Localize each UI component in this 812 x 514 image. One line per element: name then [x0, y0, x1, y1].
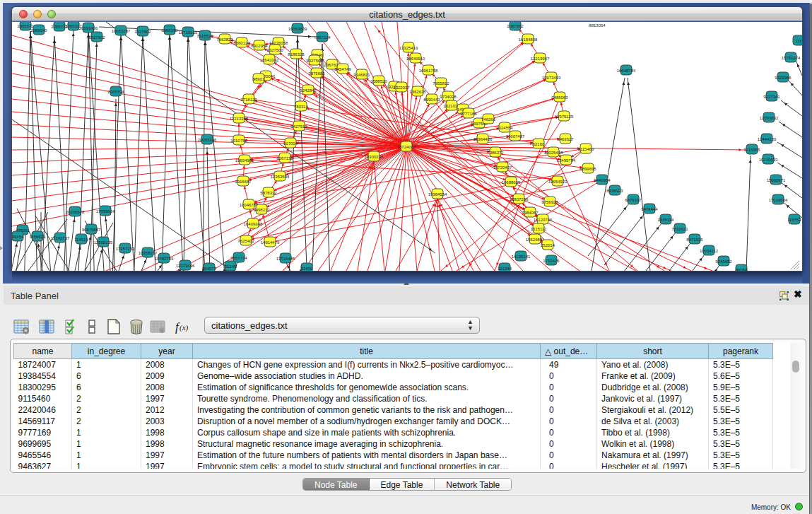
svg-text:12444159: 12444159: [758, 137, 777, 141]
svg-text:8912954: 8912954: [251, 44, 268, 48]
svg-text:10210693: 10210693: [759, 158, 778, 162]
svg-text:2069140: 2069140: [30, 28, 47, 33]
svg-text:14136141: 14136141: [512, 255, 531, 259]
svg-text:10688609: 10688609: [502, 180, 521, 185]
svg-text:9327508: 9327508: [306, 59, 323, 63]
svg-text:116753: 116753: [787, 218, 801, 222]
svg-text:1440954: 1440954: [594, 178, 611, 182]
svg-text:13325419: 13325419: [399, 46, 418, 50]
svg-text:16961758: 16961758: [419, 69, 438, 73]
svg-text:6879197: 6879197: [625, 198, 642, 202]
svg-text:9756928: 9756928: [541, 200, 558, 204]
svg-text:9245652: 9245652: [715, 259, 732, 264]
svg-text:62160: 62160: [533, 142, 545, 146]
svg-text:15720407: 15720407: [493, 165, 512, 170]
svg-text:8267130: 8267130: [276, 156, 293, 160]
svg-text:16648784: 16648784: [617, 69, 636, 73]
svg-text:7663822: 7663822: [216, 37, 233, 42]
svg-text:12342737: 12342737: [51, 236, 70, 240]
svg-text:9657774: 9657774: [230, 256, 247, 260]
svg-text:9427512: 9427512: [290, 124, 307, 129]
svg-text:8471626: 8471626: [686, 238, 703, 242]
svg-text:92450: 92450: [301, 267, 313, 271]
svg-text:9146821: 9146821: [353, 73, 370, 77]
svg-text:20691406: 20691406: [79, 26, 98, 30]
svg-text:86064: 86064: [736, 268, 748, 271]
svg-text:18807299: 18807299: [510, 197, 529, 201]
svg-text:8186328: 8186328: [288, 52, 305, 57]
svg-text:8660123: 8660123: [233, 41, 250, 45]
svg-text:114519: 114519: [74, 238, 88, 242]
svg-text:8990443: 8990443: [423, 98, 440, 102]
svg-text:20364436: 20364436: [473, 137, 493, 141]
svg-text:9327500: 9327500: [266, 48, 283, 52]
svg-text:16640910: 16640910: [406, 57, 425, 61]
svg-text:17359924: 17359924: [96, 209, 115, 214]
svg-text:12505135: 12505135: [94, 240, 113, 245]
svg-text:9734028: 9734028: [440, 95, 457, 99]
svg-text:746266: 746266: [481, 117, 496, 122]
svg-text:6899695: 6899695: [579, 167, 596, 171]
svg-text:3215955: 3215955: [743, 148, 760, 152]
svg-text:3875685: 3875685: [308, 71, 325, 76]
svg-text:19654923: 19654923: [548, 180, 567, 184]
svg-text:780314: 780314: [294, 105, 309, 109]
svg-text:1362635: 1362635: [409, 90, 426, 94]
svg-text:98901: 98901: [253, 77, 265, 81]
svg-text:19654982: 19654982: [235, 158, 254, 163]
svg-text:12353594: 12353594: [271, 175, 290, 179]
svg-text:16154808: 16154808: [519, 37, 538, 42]
svg-text:20053346: 20053346: [198, 138, 217, 142]
svg-text:10025418: 10025418: [544, 151, 563, 155]
svg-text:9242845: 9242845: [300, 88, 317, 93]
svg-text:(x): (x): [180, 323, 189, 332]
svg-text:10654112: 10654112: [700, 249, 719, 253]
svg-text:14914479: 14914479: [261, 240, 280, 245]
svg-text:15751074: 15751074: [782, 56, 801, 60]
svg-text:18300295: 18300295: [365, 155, 384, 159]
svg-text:9227341: 9227341: [763, 95, 780, 99]
svg-text:1916687: 1916687: [235, 180, 252, 184]
svg-text:12093832: 12093832: [760, 116, 779, 120]
svg-text:2718129: 2718129: [240, 98, 257, 102]
svg-text:10719155: 10719155: [179, 30, 198, 35]
svg-text:12213967: 12213967: [531, 57, 550, 61]
svg-text:10358167: 10358167: [139, 251, 158, 255]
svg-text:1322037: 1322037: [393, 86, 410, 90]
svg-text:12975125: 12975125: [555, 115, 574, 119]
svg-text:3024554: 3024554: [496, 126, 513, 130]
svg-text:15692971: 15692971: [767, 178, 786, 182]
svg-text:2087662: 2087662: [507, 24, 524, 28]
svg-text:9115460: 9115460: [578, 147, 595, 151]
svg-text:1527602: 1527602: [88, 35, 105, 40]
svg-text:1010752: 1010752: [230, 139, 247, 143]
svg-text:7386372: 7386372: [487, 151, 504, 155]
svg-text:2005334: 2005334: [107, 90, 124, 94]
svg-text:7632621: 7632621: [671, 227, 688, 231]
svg-text:1156829: 1156829: [30, 235, 47, 239]
svg-text:7984067: 7984067: [522, 211, 539, 215]
svg-text:31245: 31245: [225, 264, 237, 269]
svg-text:16053809: 16053809: [288, 27, 307, 31]
svg-text:1615112: 1615112: [531, 227, 548, 231]
svg-text:19524851: 19524851: [526, 238, 545, 242]
svg-text:2935114: 2935114: [658, 218, 675, 222]
svg-text:1527602: 1527602: [134, 30, 151, 34]
svg-text:9498212: 9498212: [253, 208, 270, 212]
svg-text:1733426: 1733426: [543, 259, 560, 263]
svg-text:9329986: 9329986: [775, 76, 792, 80]
svg-text:111: 111: [795, 39, 802, 43]
svg-text:17957253: 17957253: [116, 247, 135, 251]
svg-text:16409348: 16409348: [244, 222, 263, 226]
svg-text:9474444: 9474444: [641, 207, 658, 211]
svg-text:8938923: 8938923: [606, 189, 623, 193]
svg-text:10782759: 10782759: [155, 257, 174, 261]
svg-text:10607487: 10607487: [506, 134, 525, 139]
svg-text:7857224: 7857224: [314, 35, 331, 40]
svg-text:12213363: 12213363: [230, 117, 249, 121]
svg-text:5878312: 5878312: [260, 191, 277, 195]
svg-text:39154: 39154: [12, 235, 24, 239]
svg-text:10653287: 10653287: [112, 29, 131, 33]
svg-text:18724007: 18724007: [397, 145, 416, 149]
svg-text:20206578: 20206578: [66, 210, 85, 214]
